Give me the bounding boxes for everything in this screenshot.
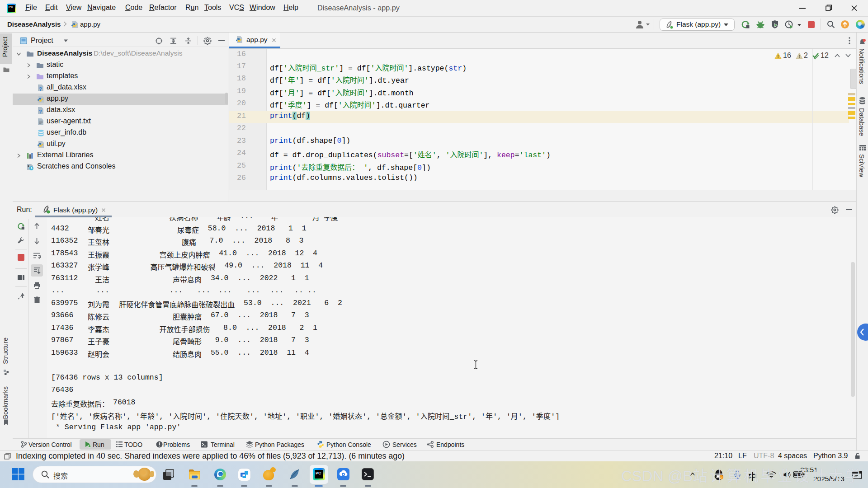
svg-text:?: ? bbox=[39, 109, 42, 114]
svg-text:?: ? bbox=[39, 86, 42, 92]
